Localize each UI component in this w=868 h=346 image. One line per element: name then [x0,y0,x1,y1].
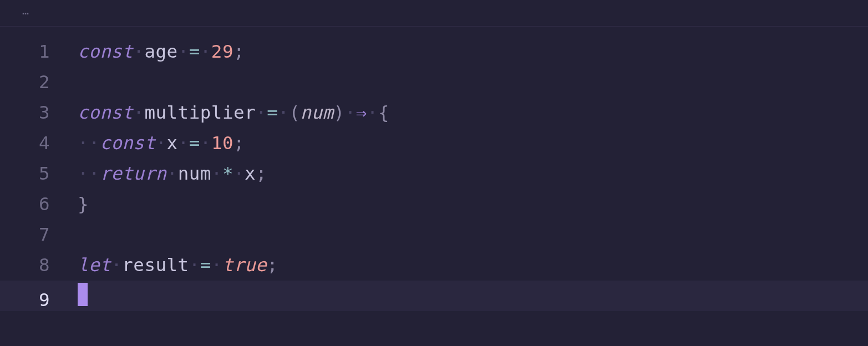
token-ws: · [167,159,178,189]
token-keyword: const [100,128,155,159]
token-ws: · [200,128,211,159]
line-number: 3 [0,98,78,128]
code-line[interactable]: 7 [0,220,868,250]
line-number: 6 [0,189,78,220]
code-content[interactable]: } [78,189,89,220]
token-ws: · [189,250,200,281]
token-op: = [189,37,200,67]
code-content[interactable] [78,281,88,306]
code-line[interactable]: 8let·result·=·true; [0,250,868,281]
token-arrow: ⇒ [356,98,367,128]
line-number: 4 [0,128,78,159]
token-op: = [200,250,211,281]
line-number: 9 [0,285,78,316]
token-param: num [300,98,333,128]
line-number: 8 [0,250,78,281]
code-content[interactable]: const·age·=·29; [78,37,245,67]
line-number: 5 [0,159,78,189]
token-star: * [222,159,234,189]
token-keyword: const [78,37,133,67]
token-ws: ·· [78,159,100,189]
token-fnname: multiplier [144,98,256,128]
token-keyword: const [78,98,133,128]
code-content[interactable]: ··const·x·=·10; [78,128,245,159]
token-op: = [267,98,278,128]
token-ws: · [133,37,144,67]
token-brace: { [378,98,389,128]
token-ws: · [367,98,378,128]
token-paren: ) [334,98,345,128]
token-ident: num [178,159,211,189]
token-ident: x [245,159,256,189]
token-ws: · [211,250,222,281]
token-number: 10 [211,128,234,159]
token-punc: ; [234,37,245,67]
token-ws: · [200,37,211,67]
token-ws: · [111,250,122,281]
code-content[interactable]: ··return·num·*·x; [78,159,267,189]
code-line[interactable]: 9 [0,281,868,311]
token-ws: · [278,98,289,128]
code-content[interactable]: const·multiplier·=·(num)·⇒·{ [78,98,389,128]
token-ws: ·· [78,128,100,159]
code-line[interactable]: 1const·age·=·29; [0,37,868,67]
token-ws: · [133,98,144,128]
token-op: = [189,128,200,159]
tab-bar[interactable]: ⋯ [0,0,868,27]
token-ident: x [167,128,178,159]
code-line[interactable]: 6} [0,189,868,220]
token-punc: ; [256,159,267,189]
code-line[interactable]: 4··const·x·=·10; [0,128,868,159]
token-ws: · [256,98,267,128]
token-ident: age [144,37,177,67]
token-ws: · [155,128,166,159]
token-brace: } [78,189,89,220]
line-number: 1 [0,37,78,67]
line-number: 2 [0,67,78,98]
token-ident: result [122,250,189,281]
token-keyword: return [100,159,166,189]
token-ws: · [178,37,189,67]
code-editor[interactable]: 1const·age·=·29;23const·multiplier·=·(nu… [0,27,868,311]
token-ws: · [345,98,356,128]
token-number: 29 [211,37,234,67]
token-ws: · [178,128,189,159]
token-ws: · [211,159,222,189]
token-punc: ; [234,128,245,159]
text-cursor [78,283,88,306]
code-line[interactable]: 3const·multiplier·=·(num)·⇒·{ [0,98,868,128]
token-bool: true [222,250,267,281]
token-punc: ; [267,250,278,281]
code-line[interactable]: 2 [0,67,868,98]
token-ws: · [234,159,245,189]
tab-overflow-icon[interactable]: ⋯ [22,7,30,20]
code-content[interactable]: let·result·=·true; [78,250,278,281]
token-keyword: let [78,250,111,281]
token-paren: ( [289,98,300,128]
code-line[interactable]: 5··return·num·*·x; [0,159,868,189]
line-number: 7 [0,220,78,250]
